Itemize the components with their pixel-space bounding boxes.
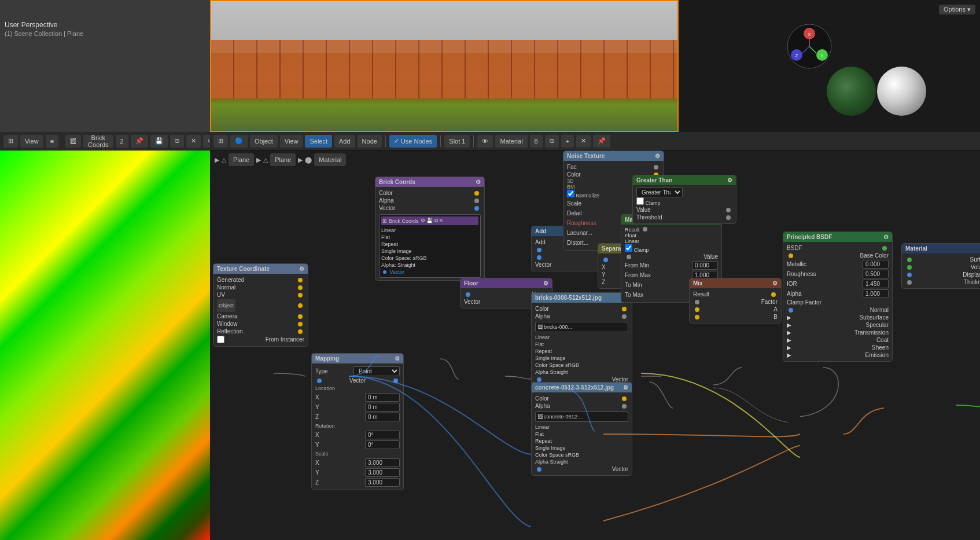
gt-type-select[interactable]: Greater Than: [636, 188, 683, 197]
pb-metallic-input[interactable]: [863, 260, 889, 269]
copy-btn2[interactable]: ⧉: [545, 135, 559, 148]
menu-btn[interactable]: ≡: [46, 135, 58, 148]
view-btn[interactable]: View: [20, 135, 43, 148]
map-rot-y[interactable]: [365, 440, 400, 449]
select-btn[interactable]: Select: [305, 135, 332, 148]
breadcrumb: ▶ △ Plane ▶ △ Plane ▶ ⬤ Material: [210, 150, 351, 169]
pb-alpha-input[interactable]: [863, 289, 889, 298]
bc-plane1[interactable]: Plane: [229, 153, 254, 166]
node-menu-btn[interactable]: Node: [358, 135, 382, 148]
material-name-btn[interactable]: Brick Coords: [83, 135, 113, 148]
close-btn2[interactable]: ✕: [576, 135, 591, 148]
noise-header: Noise Texture ⚙: [563, 151, 664, 161]
gt-threshold-out-socket: [726, 215, 731, 220]
pb-subsurface-row: ▶ Subsurface: [787, 314, 889, 321]
itc-color-socket: [622, 396, 627, 401]
bc-inner-vec-socket: [383, 270, 386, 274]
node-editor-icon-btn[interactable]: ⊞: [213, 135, 228, 148]
object-btn[interactable]: Object: [250, 135, 278, 148]
add-btn[interactable]: Add: [334, 135, 355, 148]
pb-roughness-input[interactable]: [863, 270, 889, 278]
map-type-row: Type Point: [315, 366, 400, 377]
add-vec-in1-socket: [537, 248, 541, 252]
tc-object-btn[interactable]: Object: [217, 299, 235, 312]
map-scale-z[interactable]: [365, 478, 400, 487]
view-menu-btn[interactable]: View: [280, 135, 303, 148]
bc-icon1: ▶: [215, 156, 219, 164]
pin-btn2[interactable]: 📌: [593, 135, 610, 148]
map-loc-x[interactable]: [365, 393, 400, 402]
use-nodes-btn[interactable]: ✓ Use Nodes: [389, 135, 437, 148]
map-loc-z[interactable]: [365, 413, 400, 421]
noise-normalize-check[interactable]: [567, 190, 574, 197]
map-scale-x[interactable]: [365, 458, 400, 467]
bc-mesh-icon: △: [222, 156, 226, 164]
bc-plane2[interactable]: Plane: [270, 153, 296, 166]
itb-cs: Color Space sRGB: [535, 362, 628, 369]
img-tex-bricks-title: bricks-0008-512x512.jpg: [535, 295, 602, 301]
material-sphere-preview[interactable]: [874, 64, 929, 119]
new-btn[interactable]: +: [561, 135, 574, 148]
mr-clamp-row: Clamp: [625, 244, 718, 253]
brick-coords-node[interactable]: Brick Coords ⚙ Color Alpha Vector: [375, 177, 485, 281]
noise-fac-row: Fac: [567, 163, 660, 171]
map-type-select[interactable]: Point: [353, 366, 400, 376]
viewport[interactable]: [210, 0, 679, 132]
options-button[interactable]: Options ▾: [939, 5, 975, 14]
bc-sep2: ▶: [298, 156, 303, 164]
mo-surface-row: Surface: [905, 256, 980, 263]
greater-than-node[interactable]: Greater Than ⚙ Greater Than Clamp Value: [632, 175, 736, 224]
bc-color-row: Color: [379, 189, 481, 197]
img-editor-icon-btn[interactable]: ⊞: [3, 135, 18, 148]
pb-bsdf-socket: [882, 246, 887, 251]
view-icon-btn2[interactable]: 👁: [477, 135, 493, 148]
close-btn[interactable]: ✕: [186, 135, 201, 148]
map-scale-z-row: Z: [315, 477, 400, 487]
material-btn[interactable]: Material: [495, 135, 527, 148]
map-loc-y-row: Y: [315, 402, 400, 412]
itc-alpha-row: Alpha: [535, 402, 628, 410]
slot-num: 2: [116, 135, 128, 148]
mr-from-min-input[interactable]: [692, 261, 718, 270]
itb-single: Single Image: [535, 355, 628, 362]
node-editor[interactable]: Texture Coordinate ⚙ Generated Normal UV…: [210, 150, 980, 540]
gt-clamp-row: Clamp: [636, 197, 732, 206]
principled-header: Principled BSDF ⚙: [783, 232, 892, 242]
mr-clamp-check[interactable]: [625, 244, 632, 252]
add-vec-in2-socket: [537, 255, 541, 260]
hdri-sphere-preview[interactable]: [824, 64, 879, 119]
pb-clamp-row: Clamp Factor: [787, 299, 889, 306]
material-output-node[interactable]: Material ⚙ Surface Volume Displace...: [901, 243, 980, 289]
pb-ior-input[interactable]: [863, 280, 889, 288]
image-icon-btn[interactable]: 🖼: [65, 135, 81, 148]
map-rot-x[interactable]: [365, 431, 400, 439]
map-vector-in-socket: [317, 379, 322, 383]
mapping-node[interactable]: Mapping ⚙ Type Point Vector Location X: [311, 353, 404, 490]
map-scale-y-row: Y: [315, 468, 400, 477]
tc-from-instancer-check[interactable]: [217, 336, 224, 343]
slot-btn[interactable]: Slot 1: [444, 135, 470, 148]
tc-uv-row: UV: [217, 291, 304, 299]
view-object-btn[interactable]: 🔵: [230, 135, 248, 148]
copy-btn[interactable]: ⧉: [170, 135, 184, 148]
tc-reflection-socket: [298, 329, 303, 334]
pin-btn[interactable]: 📌: [131, 135, 148, 148]
map-scale-y[interactable]: [365, 468, 400, 477]
bc-alpha-socket: [474, 199, 479, 203]
bc-material[interactable]: Material: [314, 153, 346, 166]
mix-a-in-socket: [695, 307, 699, 312]
principled-bsdf-node[interactable]: Principled BSDF ⚙ BSDF Base Color Metall…: [783, 232, 893, 362]
gt-clamp-check[interactable]: [636, 197, 644, 205]
mix-b-row: B: [693, 313, 778, 321]
mix-node[interactable]: Mix ⚙ Result Factor A B: [689, 278, 782, 324]
bc-inner-icon: ⊞: [382, 218, 387, 224]
image-texture-bricks-node[interactable]: bricks-0008-512x512.jpg ⚙ Color Alpha 🖼 …: [531, 292, 632, 386]
img-tex-bricks-header: bricks-0008-512x512.jpg ⚙: [532, 293, 632, 303]
mr-linear-row: Linear: [625, 238, 718, 244]
img-tex-bricks-body: Color Alpha 🖼 bricks-000... Linear Flat …: [532, 303, 632, 385]
map-loc-y[interactable]: [365, 403, 400, 412]
save-btn[interactable]: 💾: [150, 135, 168, 148]
texture-coord-node[interactable]: Texture Coordinate ⚙ Generated Normal UV…: [213, 263, 308, 347]
itc-color-row: Color: [535, 395, 628, 402]
image-texture-concrete-node[interactable]: concrete-0512-3-512x512.jpg ⚙ Color Alph…: [531, 382, 632, 476]
